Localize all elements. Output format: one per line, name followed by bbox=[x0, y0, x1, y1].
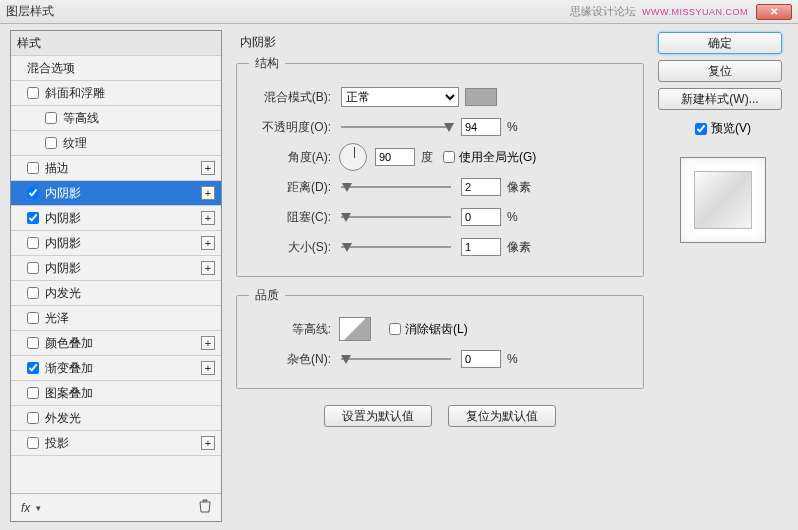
sidebar-item-2[interactable]: 纹理 bbox=[11, 131, 221, 156]
size-unit: 像素 bbox=[507, 239, 531, 256]
antialias-checkbox[interactable]: 消除锯齿(L) bbox=[389, 321, 468, 338]
sidebar-item-8[interactable]: 内发光 bbox=[11, 281, 221, 306]
choke-unit: % bbox=[507, 210, 518, 224]
cancel-button[interactable]: 复位 bbox=[658, 60, 782, 82]
preview-swatch bbox=[694, 171, 752, 229]
choke-slider[interactable] bbox=[341, 211, 451, 223]
window-title: 图层样式 bbox=[6, 3, 570, 20]
sidebar-item-1[interactable]: 等高线 bbox=[11, 106, 221, 131]
distance-unit: 像素 bbox=[507, 179, 531, 196]
ok-button[interactable]: 确定 bbox=[658, 32, 782, 54]
titlebar: 图层样式 思缘设计论坛 WWW.MISSYUAN.COM ✕ bbox=[0, 0, 798, 24]
sidebar-item-9[interactable]: 光泽 bbox=[11, 306, 221, 331]
noise-slider[interactable] bbox=[341, 353, 451, 365]
sidebar-item-5[interactable]: 内阴影+ bbox=[11, 206, 221, 231]
sidebar-item-11[interactable]: 渐变叠加+ bbox=[11, 356, 221, 381]
sidebar-item-checkbox[interactable] bbox=[27, 162, 39, 174]
blend-mode-label: 混合模式(B): bbox=[249, 89, 331, 106]
sidebar-item-checkbox[interactable] bbox=[27, 437, 39, 449]
sidebar-item-checkbox[interactable] bbox=[27, 87, 39, 99]
opacity-unit: % bbox=[507, 120, 518, 134]
make-default-button[interactable]: 设置为默认值 bbox=[324, 405, 432, 427]
angle-unit: 度 bbox=[421, 149, 433, 166]
add-effect-icon[interactable]: + bbox=[201, 361, 215, 375]
sidebar-item-checkbox[interactable] bbox=[27, 337, 39, 349]
sidebar-item-label: 图案叠加 bbox=[45, 385, 93, 402]
sidebar-item-checkbox[interactable] bbox=[45, 137, 57, 149]
distance-slider[interactable] bbox=[341, 181, 451, 193]
noise-unit: % bbox=[507, 352, 518, 366]
sidebar-item-12[interactable]: 图案叠加 bbox=[11, 381, 221, 406]
add-effect-icon[interactable]: + bbox=[201, 261, 215, 275]
shadow-color-swatch[interactable] bbox=[465, 88, 497, 106]
opacity-slider[interactable] bbox=[341, 121, 451, 133]
sidebar-item-label: 内阴影 bbox=[45, 185, 81, 202]
quality-group: 品质 等高线: 消除锯齿(L) 杂色(N): % bbox=[236, 287, 644, 389]
sidebar-item-checkbox[interactable] bbox=[27, 312, 39, 324]
add-effect-icon[interactable]: + bbox=[201, 236, 215, 250]
credits-url: WWW.MISSYUAN.COM bbox=[642, 7, 748, 17]
sidebar-item-label: 投影 bbox=[45, 435, 69, 452]
angle-dial[interactable] bbox=[339, 143, 367, 171]
structure-group: 结构 混合模式(B): 正常 不透明度(O): % 角度(A): 度 使用全局光… bbox=[236, 55, 644, 277]
add-effect-icon[interactable]: + bbox=[201, 186, 215, 200]
sidebar-item-10[interactable]: 颜色叠加+ bbox=[11, 331, 221, 356]
sidebar-item-13[interactable]: 外发光 bbox=[11, 406, 221, 431]
sidebar-item-label: 内发光 bbox=[45, 285, 81, 302]
sidebar-item-checkbox[interactable] bbox=[45, 112, 57, 124]
fx-menu[interactable]: fx bbox=[21, 501, 30, 515]
sidebar-item-label: 内阴影 bbox=[45, 210, 81, 227]
sidebar-item-3[interactable]: 描边+ bbox=[11, 156, 221, 181]
size-input[interactable] bbox=[461, 238, 501, 256]
choke-label: 阻塞(C): bbox=[249, 209, 331, 226]
preview-box bbox=[680, 157, 766, 243]
trash-icon[interactable] bbox=[199, 499, 211, 517]
sidebar-item-label: 颜色叠加 bbox=[45, 335, 93, 352]
sidebar-item-label: 等高线 bbox=[63, 110, 99, 127]
reset-default-button[interactable]: 复位为默认值 bbox=[448, 405, 556, 427]
opacity-label: 不透明度(O): bbox=[249, 119, 331, 136]
preview-checkbox[interactable]: 预览(V) bbox=[658, 120, 788, 137]
close-button[interactable]: ✕ bbox=[756, 4, 792, 20]
sidebar-item-label: 描边 bbox=[45, 160, 69, 177]
add-effect-icon[interactable]: + bbox=[201, 161, 215, 175]
contour-picker[interactable] bbox=[339, 317, 371, 341]
panel-title: 内阴影 bbox=[236, 34, 644, 51]
sidebar-footer: fx ▾ bbox=[11, 493, 221, 521]
sidebar-item-14[interactable]: 投影+ bbox=[11, 431, 221, 456]
sidebar-item-checkbox[interactable] bbox=[27, 237, 39, 249]
sidebar-item-checkbox[interactable] bbox=[27, 262, 39, 274]
angle-input[interactable] bbox=[375, 148, 415, 166]
sidebar-item-checkbox[interactable] bbox=[27, 412, 39, 424]
noise-label: 杂色(N): bbox=[249, 351, 331, 368]
chevron-down-icon[interactable]: ▾ bbox=[36, 503, 41, 513]
styles-sidebar: 样式混合选项斜面和浮雕等高线纹理描边+内阴影+内阴影+内阴影+内阴影+内发光光泽… bbox=[10, 30, 222, 522]
settings-panel: 内阴影 结构 混合模式(B): 正常 不透明度(O): % 角度(A): 度 使… bbox=[230, 30, 650, 522]
blend-mode-select[interactable]: 正常 bbox=[341, 87, 459, 107]
noise-input[interactable] bbox=[461, 350, 501, 368]
sidebar-item-checkbox[interactable] bbox=[27, 287, 39, 299]
size-slider[interactable] bbox=[341, 241, 451, 253]
sidebar-item-6[interactable]: 内阴影+ bbox=[11, 231, 221, 256]
sidebar-item-checkbox[interactable] bbox=[27, 387, 39, 399]
add-effect-icon[interactable]: + bbox=[201, 436, 215, 450]
sidebar-item-label: 斜面和浮雕 bbox=[45, 85, 105, 102]
add-effect-icon[interactable]: + bbox=[201, 336, 215, 350]
add-effect-icon[interactable]: + bbox=[201, 211, 215, 225]
sidebar-item-4[interactable]: 内阴影+ bbox=[11, 181, 221, 206]
sidebar-item-checkbox[interactable] bbox=[27, 212, 39, 224]
opacity-input[interactable] bbox=[461, 118, 501, 136]
distance-input[interactable] bbox=[461, 178, 501, 196]
credits-text: 思缘设计论坛 bbox=[570, 4, 636, 19]
size-label: 大小(S): bbox=[249, 239, 331, 256]
sidebar-item-7[interactable]: 内阴影+ bbox=[11, 256, 221, 281]
choke-input[interactable] bbox=[461, 208, 501, 226]
new-style-button[interactable]: 新建样式(W)... bbox=[658, 88, 782, 110]
sidebar-item-label: 内阴影 bbox=[45, 235, 81, 252]
sidebar-item-0[interactable]: 斜面和浮雕 bbox=[11, 81, 221, 106]
sidebar-item-label: 纹理 bbox=[63, 135, 87, 152]
sidebar-blending-options[interactable]: 混合选项 bbox=[11, 56, 221, 81]
sidebar-item-checkbox[interactable] bbox=[27, 187, 39, 199]
global-light-checkbox[interactable]: 使用全局光(G) bbox=[443, 149, 536, 166]
sidebar-item-checkbox[interactable] bbox=[27, 362, 39, 374]
